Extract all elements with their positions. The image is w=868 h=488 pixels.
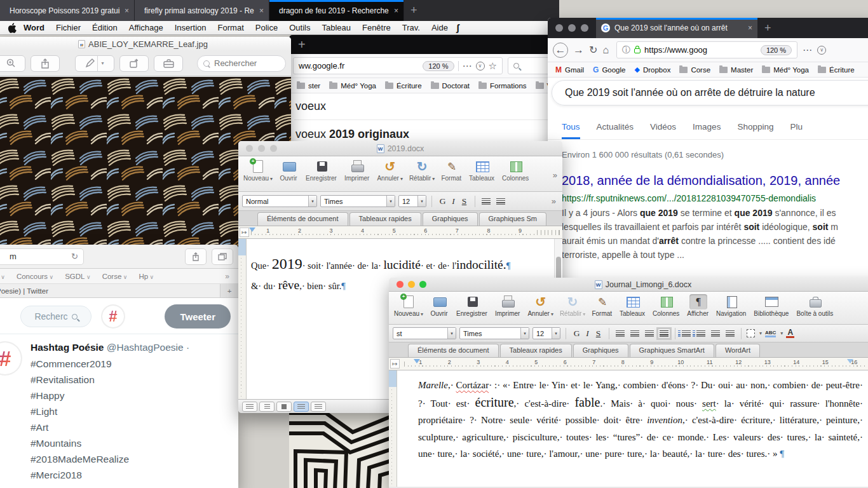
font-size-dropdown[interactable]: 12▾ [398,195,426,207]
numbered-list-icon[interactable] [682,330,691,337]
bookmark-gmail[interactable]: MGmail [555,65,584,74]
tab-selector-icon[interactable]: ↦ [240,227,249,237]
align-left-icon[interactable] [482,198,491,205]
bookmark-folder-item[interactable]: Écriture [385,82,422,90]
favorites-item[interactable]: Concours [17,273,53,280]
pocket-icon[interactable]: ∨ [817,46,826,55]
font-size-dropdown[interactable]: 12▾ [532,327,560,339]
zoom-level-badge[interactable]: 120 % [423,61,454,71]
toolbar-button[interactable]: Bibliothèque [751,294,792,318]
notebook-view-button[interactable] [311,402,326,412]
home-button[interactable]: ⌂ [602,44,609,56]
toolbar-button[interactable]: Annuler▾ [374,158,405,182]
zoom-level-badge[interactable]: 120 % [761,45,792,55]
horizontal-ruler[interactable]: ↦ 12345678910111213141516 [389,358,868,370]
google-search-box[interactable]: Que 2019 soit l'année où on arrête de dé… [552,80,868,105]
url-bar[interactable]: ww.google.fr 120 % ⋯ ∨ ☆ [293,57,503,74]
menubar-item[interactable]: Insertion [169,23,212,32]
google-results-tab[interactable]: Images [693,122,721,139]
journal-word-window[interactable]: Journal_Limongi_6.docx Nouveau▾ Ouvrir E… [389,278,868,488]
toolbar-button[interactable]: Colonnes [650,294,683,318]
horizontal-ruler[interactable]: ↦ 123456789 [238,226,562,239]
toolbar-button[interactable]: Imprimer [342,158,373,182]
google-results-tab[interactable]: Tous [562,122,580,139]
bookmark-folder-item[interactable]: ster [297,82,320,90]
show-tabs-button[interactable] [212,248,233,265]
tweet-avatar[interactable]: # [0,342,22,375]
toolbar-button[interactable]: Annuler▾ [525,294,555,318]
browser-tab[interactable]: firefly primal astrology 2019 - Re × [135,0,269,21]
window-titlebar[interactable]: Journal_Limongi_6.docx [389,278,868,292]
new-tab-button[interactable]: + [220,287,238,295]
toolbar-button[interactable]: Colonnes [499,158,532,182]
ribbon-tab[interactable]: Éléments de document [408,344,499,357]
format-letter-button[interactable]: G [437,196,448,207]
suggestion-row[interactable]: voeux 2019 originaux [294,126,559,143]
increase-indent-icon[interactable] [726,330,735,337]
hashtag-link[interactable]: #Art [31,419,189,435]
toolbar-button[interactable]: Nouveau▾ [391,294,426,318]
toolbar-button[interactable]: Format [589,294,616,318]
bookmark-star-icon[interactable]: ☆ [489,60,497,72]
bookmark-folder-item[interactable]: Master [719,66,753,74]
favorites-item[interactable]: ue [0,273,5,280]
ribbon-tab[interactable]: Éléments de document [257,212,348,226]
browser-tab[interactable]: Horoscope Poissons 2019 gratui × [0,0,135,21]
window-titlebar[interactable]: ABIE_LOY_KEMARRE_Leaf.jpg [0,37,291,51]
ribbon-tab[interactable]: Graphiques [573,344,628,357]
menubar-item[interactable]: Word [18,23,50,32]
menubar-item[interactable]: Police [250,23,283,32]
toolbar-button[interactable]: Enregistrer [303,158,341,182]
menubar-item[interactable]: Outils [283,23,316,32]
align-center-icon[interactable] [496,198,505,205]
hashtag-link[interactable]: #Light [31,403,189,419]
toolbar-button[interactable]: Ouvrir [427,294,452,318]
publishing-view-button[interactable] [276,402,292,412]
font-color-icon[interactable]: A [786,329,794,338]
forward-button[interactable]: → [573,44,584,57]
toolbar-button[interactable]: Tableaux [466,158,498,182]
ribbon-tab[interactable]: Tableaux rapides [500,344,572,357]
new-tab-button[interactable]: + [758,18,778,38]
toolbar-button[interactable]: Tableaux [617,294,649,318]
close-tab-icon[interactable]: × [125,6,129,15]
toolbar-button[interactable]: Ouvrir [276,158,302,182]
close-tab-icon[interactable]: × [394,6,398,15]
hashtag-link[interactable]: #Mountains [31,435,189,451]
google-results-tab[interactable]: Actualités [597,122,634,139]
toolbar-button[interactable]: Rétablir▾ [557,294,588,318]
close-tab-icon[interactable]: × [748,24,752,32]
menubar-item[interactable]: Fichier [50,23,86,32]
browser-tab[interactable]: G Que 2019 soit l'année où on arrêt × [596,18,758,38]
format-letter-button[interactable]: S [459,196,470,207]
rotate-button[interactable] [119,55,149,72]
script-menu-icon[interactable]: ʃ [456,22,459,33]
menubar-item[interactable]: Tableau [316,23,356,32]
document-text-line[interactable]: Que· 2019· soit· l'année· de· la· lucidi… [251,255,510,273]
ribbon-tab[interactable]: WordArt [715,344,760,357]
format-letter-button[interactable]: G [571,329,582,339]
bookmark-folder-item[interactable]: Doctorat [431,82,470,90]
markup-pen-button[interactable]: ▾ [75,55,114,72]
borders-icon[interactable] [747,329,755,337]
safari-twitter-window[interactable]: m ↻ ueConcoursSGDLCorseHp » Poesie) | Tw… [0,245,238,488]
toolbar-button[interactable]: Afficher [684,294,712,318]
font-dropdown[interactable]: Times▾ [459,327,529,339]
decrease-indent-icon[interactable] [711,330,720,337]
format-letter-button[interactable]: I [448,196,459,207]
close-tab-icon[interactable]: × [259,6,264,15]
favorites-item[interactable]: Hp [139,273,154,280]
bookmark-folder-item[interactable]: Corse [679,66,710,74]
menubar-item[interactable]: Fenêtre [356,23,397,32]
window-titlebar[interactable]: 2019.docx [238,141,562,156]
minimize-window-button[interactable] [568,24,576,32]
zoom-window-button[interactable] [581,24,588,32]
chevron-down-icon[interactable]: ▾ [97,56,104,71]
result-title-link[interactable]: 2018, année de la démondialisation, 2019… [562,173,868,188]
hashtag-link[interactable]: #Commencer2019 [31,356,189,372]
indent-marker[interactable] [249,227,255,232]
tab-selector-icon[interactable]: ↦ [390,359,400,369]
hashtag-link[interactable]: #2018MadeMeRealize [31,451,189,467]
favorites-item[interactable]: SGDL [65,273,90,280]
document-text-line[interactable]: &· du· rêve,· bien· sûr.¶ [251,278,346,292]
